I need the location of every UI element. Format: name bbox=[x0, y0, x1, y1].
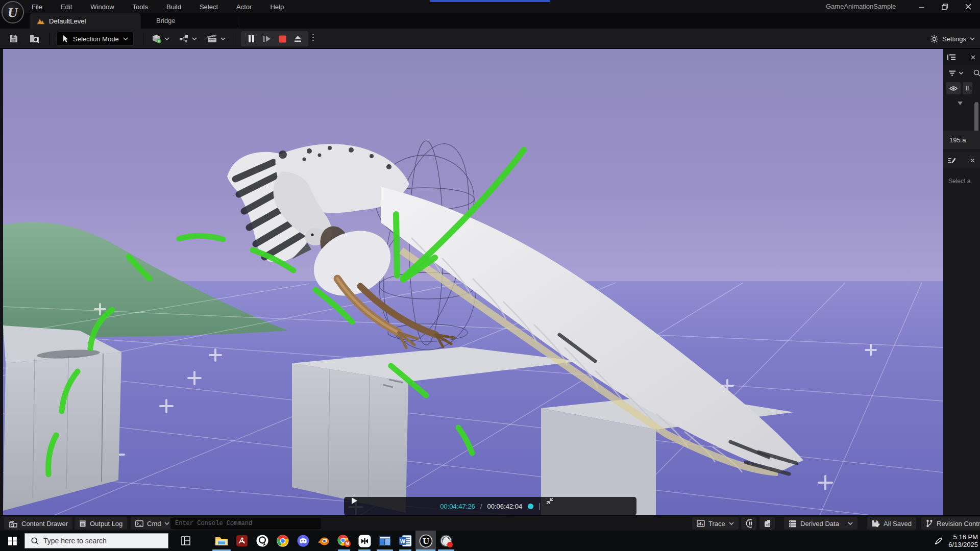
settings-dropdown[interactable]: Settings bbox=[930, 32, 975, 46]
chevron-down-icon bbox=[959, 71, 963, 74]
play-button[interactable] bbox=[351, 497, 435, 515]
close-icon[interactable] bbox=[971, 55, 975, 60]
right-dock-panel: It 195 a Select a bbox=[943, 49, 980, 515]
play-frame-button[interactable] bbox=[263, 35, 271, 43]
unreal-engine-icon: U bbox=[419, 534, 433, 548]
insights-session-button[interactable] bbox=[741, 517, 756, 530]
derived-data-dropdown[interactable]: Derived Data bbox=[784, 517, 857, 530]
total-time: 00:06:42:04 bbox=[487, 503, 522, 510]
start-button[interactable] bbox=[0, 531, 24, 551]
taskbar-app-chrome[interactable] bbox=[273, 531, 293, 551]
eject-button[interactable] bbox=[294, 35, 302, 42]
media-app-icon bbox=[378, 535, 391, 546]
task-view-button[interactable] bbox=[176, 531, 196, 551]
gear-icon bbox=[930, 35, 939, 43]
taskbar-search[interactable] bbox=[24, 533, 168, 548]
item-label-text: It bbox=[966, 85, 969, 92]
blender-icon bbox=[317, 534, 330, 547]
tab-defaultlevel[interactable]: DefaultLevel bbox=[30, 13, 141, 29]
windows-taskbar: M W U 5:16 PM 6/13/2025 bbox=[0, 531, 980, 551]
revision-control-label: Revision Control bbox=[937, 520, 980, 528]
save-icon bbox=[9, 34, 19, 44]
outliner-filter[interactable] bbox=[943, 65, 980, 81]
menu-build[interactable]: Build bbox=[164, 3, 183, 11]
pause-button[interactable] bbox=[248, 35, 255, 43]
revision-control-dropdown[interactable]: Revision Control bbox=[921, 517, 980, 530]
taskbar-clock[interactable]: 5:16 PM 6/13/2025 bbox=[948, 533, 978, 548]
minimize-button[interactable] bbox=[910, 0, 933, 13]
screenshot-trace-button[interactable] bbox=[760, 517, 775, 530]
menu-help[interactable]: Help bbox=[268, 3, 286, 11]
current-time: 00:04:47:26 bbox=[440, 503, 475, 510]
menu-actor[interactable]: Actor bbox=[234, 3, 254, 11]
discord-icon bbox=[297, 534, 310, 547]
all-saved-button[interactable]: All Saved bbox=[867, 517, 916, 530]
content-drawer-button[interactable]: Content Drawer bbox=[4, 517, 72, 530]
menu-edit[interactable]: Edit bbox=[59, 3, 74, 11]
blueprints-button[interactable] bbox=[177, 32, 199, 46]
taskbar-app-media[interactable] bbox=[375, 531, 395, 551]
windows-ink-pen-icon[interactable] bbox=[934, 536, 943, 545]
item-label-column[interactable]: It bbox=[963, 82, 972, 94]
tab-label: DefaultLevel bbox=[49, 17, 86, 25]
chevron-down-icon bbox=[192, 37, 197, 40]
filter-icon bbox=[948, 70, 955, 76]
triangle-down-icon bbox=[958, 102, 963, 105]
player-divider: | bbox=[538, 502, 541, 510]
add-actor-button[interactable] bbox=[149, 32, 172, 46]
player-progress-knob[interactable] bbox=[528, 504, 533, 509]
outliner-actor-count: 195 a bbox=[943, 131, 980, 149]
menu-window[interactable]: Window bbox=[88, 3, 116, 11]
taskbar-app-obs[interactable] bbox=[436, 531, 456, 551]
taskbar-app-word[interactable]: W bbox=[395, 531, 415, 551]
asset-tab-bar: DefaultLevel Bridge bbox=[0, 13, 980, 29]
cinematics-button[interactable] bbox=[204, 32, 228, 46]
taskbar-app-file-explorer[interactable] bbox=[211, 531, 232, 551]
console-command-input[interactable] bbox=[170, 518, 321, 529]
search-icon bbox=[31, 537, 39, 545]
chevron-down-icon bbox=[220, 37, 226, 40]
menu-select[interactable]: Select bbox=[198, 3, 220, 11]
taskbar-app-capcut[interactable] bbox=[354, 531, 375, 551]
outliner-header[interactable] bbox=[943, 49, 980, 65]
menu-file[interactable]: File bbox=[30, 3, 44, 11]
search-input[interactable] bbox=[43, 537, 156, 545]
taskbar-app-discord[interactable] bbox=[293, 531, 313, 551]
all-saved-label: All Saved bbox=[884, 520, 912, 528]
cmd-dropdown[interactable]: Cmd bbox=[131, 517, 174, 530]
output-log-button[interactable]: Output Log bbox=[75, 517, 127, 530]
menu-tools[interactable]: Tools bbox=[131, 3, 150, 11]
file-explorer-icon bbox=[215, 535, 228, 546]
video-player-overlay: 00:04:47:26 / 00:06:42:04 | bbox=[344, 497, 636, 515]
selection-mode-dropdown[interactable]: Selection Mode bbox=[56, 32, 134, 46]
taskbar-app-unreal[interactable]: U bbox=[415, 531, 436, 551]
restore-button[interactable] bbox=[933, 0, 957, 13]
save-button[interactable] bbox=[6, 32, 21, 46]
unreal-logo-icon[interactable]: U bbox=[2, 1, 24, 23]
trace-dropdown[interactable]: Trace bbox=[692, 517, 739, 530]
badge-app-icon bbox=[256, 534, 269, 547]
details-select-hint: Select a bbox=[948, 178, 970, 185]
stop-button[interactable] bbox=[279, 35, 286, 43]
details-pencil-icon bbox=[947, 157, 956, 164]
save-check-icon bbox=[871, 519, 880, 528]
shrink-icon[interactable] bbox=[546, 497, 629, 515]
svg-text:W: W bbox=[400, 538, 406, 544]
obs-icon bbox=[439, 534, 453, 548]
taskbar-app-chrome-gmail[interactable]: M bbox=[334, 531, 354, 551]
close-button[interactable] bbox=[957, 0, 980, 13]
taskbar-app-blender[interactable] bbox=[313, 531, 334, 551]
level-viewport[interactable]: 00:04:47:26 / 00:06:42:04 | bbox=[3, 49, 943, 515]
toolbar-overflow-menu[interactable] bbox=[312, 34, 314, 41]
taskbar-app-badge[interactable] bbox=[252, 531, 273, 551]
taskbar-app-acrobat[interactable] bbox=[232, 531, 252, 551]
browse-content-button[interactable] bbox=[27, 32, 43, 46]
word-icon: W bbox=[399, 535, 412, 547]
close-icon[interactable] bbox=[970, 158, 975, 163]
details-header[interactable] bbox=[943, 152, 980, 168]
chevron-down-icon bbox=[164, 522, 169, 525]
tab-bridge[interactable]: Bridge bbox=[156, 13, 176, 29]
chrome-gmail-icon: M bbox=[337, 534, 351, 547]
content-drawer-label: Content Drawer bbox=[21, 520, 68, 528]
visibility-column-toggle[interactable] bbox=[946, 82, 961, 94]
